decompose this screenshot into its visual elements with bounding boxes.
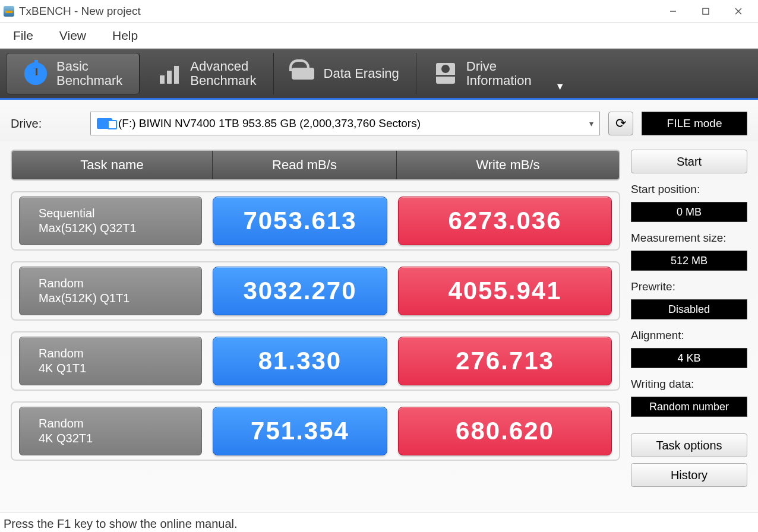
task-name[interactable]: Random4K Q1T1 bbox=[19, 337, 202, 385]
measurement-size-label: Measurement size: bbox=[631, 232, 747, 245]
tab-label: Data Erasing bbox=[324, 66, 399, 81]
tab-basic-benchmark[interactable]: BasicBenchmark bbox=[6, 53, 140, 94]
drive-select[interactable]: (F:) BIWIN NV7400 1TB 953.85 GB (2,000,3… bbox=[90, 112, 600, 135]
disk-icon bbox=[97, 118, 112, 129]
writing-data-label: Writing data: bbox=[631, 378, 747, 391]
start-position-label: Start position: bbox=[631, 183, 747, 196]
drive-label: Drive: bbox=[11, 117, 82, 131]
drive-value: (F:) BIWIN NV7400 1TB 953.85 GB (2,000,3… bbox=[118, 117, 421, 130]
svg-rect-1 bbox=[703, 8, 709, 14]
task-row: RandomMax(512K) Q1T1 3032.270 4055.941 bbox=[11, 261, 620, 321]
task-options-button[interactable]: Task options bbox=[631, 433, 747, 457]
writing-data-value[interactable]: Random number bbox=[631, 397, 747, 417]
start-position-value[interactable]: 0 MB bbox=[631, 202, 747, 222]
timer-icon bbox=[23, 61, 48, 86]
drive-row: Drive: (F:) BIWIN NV7400 1TB 953.85 GB (… bbox=[0, 100, 758, 141]
window-title: TxBENCH - New project bbox=[19, 5, 141, 18]
main-area: Task name Read mB/s Write mB/s Sequentia… bbox=[0, 141, 758, 512]
task-name[interactable]: SequentialMax(512K) Q32T1 bbox=[19, 197, 202, 245]
read-value: 3032.270 bbox=[213, 267, 387, 315]
write-value: 4055.941 bbox=[398, 267, 612, 315]
side-panel: Start Start position: 0 MB Measurement s… bbox=[631, 150, 747, 512]
status-bar: Press the F1 key to show the online manu… bbox=[0, 512, 758, 532]
task-row: Random4K Q32T1 751.354 680.620 bbox=[11, 401, 620, 461]
menu-help[interactable]: Help bbox=[99, 28, 151, 43]
measurement-size-value[interactable]: 512 MB bbox=[631, 251, 747, 271]
app-icon bbox=[4, 6, 14, 17]
history-button[interactable]: History bbox=[631, 463, 747, 487]
refresh-icon: ⟳ bbox=[615, 116, 626, 131]
maximize-button[interactable] bbox=[689, 0, 722, 23]
window-controls bbox=[656, 0, 754, 23]
menu-file[interactable]: File bbox=[0, 28, 46, 43]
tab-advanced-benchmark[interactable]: AdvancedBenchmark bbox=[140, 53, 273, 94]
tab-label: Advanced bbox=[190, 59, 256, 74]
menu-view[interactable]: View bbox=[46, 28, 99, 43]
tab-label: Drive bbox=[466, 59, 532, 74]
start-button[interactable]: Start bbox=[631, 150, 747, 173]
title-bar: TxBENCH - New project bbox=[0, 0, 758, 23]
tab-label: Benchmark bbox=[56, 74, 122, 88]
tab-drive-information[interactable]: DriveInformation bbox=[416, 53, 548, 94]
read-value: 7053.613 bbox=[213, 197, 387, 245]
alignment-label: Alignment: bbox=[631, 329, 747, 342]
read-value: 751.354 bbox=[213, 407, 387, 455]
task-name[interactable]: RandomMax(512K) Q1T1 bbox=[19, 267, 202, 315]
tab-data-erasing[interactable]: Data Erasing bbox=[273, 53, 416, 94]
tab-label: Basic bbox=[56, 59, 122, 74]
tab-strip: BasicBenchmark AdvancedBenchmark Data Er… bbox=[0, 49, 758, 100]
menu-bar: File View Help bbox=[0, 23, 758, 49]
erase-icon bbox=[290, 61, 315, 86]
header-read: Read mB/s bbox=[213, 151, 397, 179]
chevron-down-icon: ▾ bbox=[589, 119, 593, 128]
write-value: 6273.036 bbox=[398, 197, 612, 245]
task-row: SequentialMax(512K) Q32T1 7053.613 6273.… bbox=[11, 191, 620, 251]
read-value: 81.330 bbox=[213, 337, 387, 385]
minimize-button[interactable] bbox=[656, 0, 689, 23]
tab-overflow-arrow[interactable]: ▼ bbox=[555, 81, 565, 92]
write-value: 680.620 bbox=[398, 407, 612, 455]
bars-icon bbox=[157, 61, 182, 86]
alignment-value[interactable]: 4 KB bbox=[631, 348, 747, 368]
drive-icon bbox=[433, 61, 458, 86]
header-write: Write mB/s bbox=[397, 151, 619, 179]
refresh-button[interactable]: ⟳ bbox=[608, 112, 633, 135]
header-task: Task name bbox=[12, 151, 213, 179]
write-value: 276.713 bbox=[398, 337, 612, 385]
results-header: Task name Read mB/s Write mB/s bbox=[11, 150, 620, 180]
prewrite-value[interactable]: Disabled bbox=[631, 299, 747, 319]
task-name[interactable]: Random4K Q32T1 bbox=[19, 407, 202, 455]
file-mode-button[interactable]: FILE mode bbox=[642, 112, 747, 135]
results-column: Task name Read mB/s Write mB/s Sequentia… bbox=[11, 150, 620, 512]
task-row: Random4K Q1T1 81.330 276.713 bbox=[11, 331, 620, 391]
tab-label: Information bbox=[466, 74, 532, 88]
tab-label: Benchmark bbox=[190, 74, 256, 88]
close-button[interactable] bbox=[722, 0, 754, 23]
prewrite-label: Prewrite: bbox=[631, 280, 747, 293]
